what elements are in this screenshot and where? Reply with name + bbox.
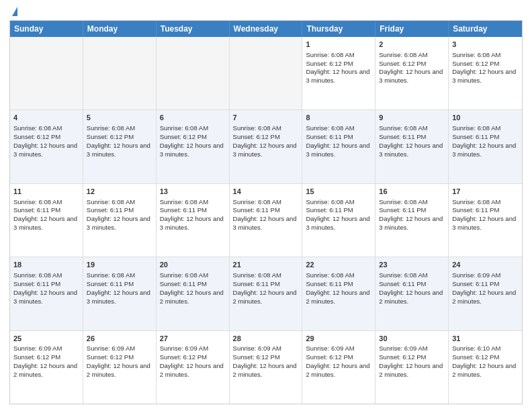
calendar-cell bbox=[10, 37, 83, 109]
calendar-week-row: 11Sunrise: 6:08 AMSunset: 6:11 PMDayligh… bbox=[10, 183, 522, 257]
daylight-label: Daylight: 12 hours and 3 minutes. bbox=[379, 68, 443, 84]
daylight-label: Daylight: 12 hours and 3 minutes. bbox=[379, 142, 443, 158]
logo-triangle-icon bbox=[12, 7, 17, 16]
daylight-label: Daylight: 12 hours and 2 minutes. bbox=[13, 362, 77, 378]
day-number: 10 bbox=[452, 113, 519, 123]
calendar-header-row: SundayMondayTuesdayWednesdayThursdayFrid… bbox=[10, 21, 522, 37]
sunset-label: Sunset: 6:12 PM bbox=[233, 133, 280, 140]
daylight-label: Daylight: 12 hours and 3 minutes. bbox=[160, 215, 224, 231]
day-number: 4 bbox=[13, 113, 79, 123]
calendar-cell: 19Sunrise: 6:08 AMSunset: 6:11 PMDayligh… bbox=[83, 257, 157, 330]
calendar-cell: 31Sunrise: 6:10 AMSunset: 6:12 PMDayligh… bbox=[449, 331, 522, 404]
sunrise-label: Sunrise: 6:09 AM bbox=[452, 271, 500, 279]
sunset-label: Sunset: 6:11 PM bbox=[306, 280, 353, 287]
sunrise-label: Sunrise: 6:08 AM bbox=[233, 124, 281, 132]
sunrise-label: Sunrise: 6:09 AM bbox=[379, 345, 427, 352]
sunrise-label: Sunrise: 6:08 AM bbox=[306, 271, 354, 279]
calendar-cell: 26Sunrise: 6:09 AMSunset: 6:12 PMDayligh… bbox=[83, 331, 157, 404]
sunset-label: Sunset: 6:12 PM bbox=[379, 60, 426, 67]
day-number: 23 bbox=[379, 260, 445, 270]
daylight-label: Daylight: 12 hours and 3 minutes. bbox=[306, 215, 369, 231]
calendar-cell: 29Sunrise: 6:09 AMSunset: 6:12 PMDayligh… bbox=[302, 331, 375, 404]
daylight-label: Daylight: 12 hours and 3 minutes. bbox=[87, 289, 150, 305]
calendar-header-day: Wednesday bbox=[230, 21, 303, 37]
sunset-label: Sunset: 6:12 PM bbox=[160, 133, 207, 140]
calendar-cell: 5Sunrise: 6:08 AMSunset: 6:12 PMDaylight… bbox=[83, 110, 157, 183]
day-number: 26 bbox=[87, 334, 152, 344]
sunset-label: Sunset: 6:11 PM bbox=[87, 280, 134, 287]
sunset-label: Sunset: 6:12 PM bbox=[87, 353, 134, 361]
sunrise-label: Sunrise: 6:09 AM bbox=[160, 345, 208, 352]
sunset-label: Sunset: 6:11 PM bbox=[233, 206, 280, 214]
day-number: 28 bbox=[233, 334, 299, 344]
daylight-label: Daylight: 12 hours and 2 minutes. bbox=[452, 362, 516, 378]
sunset-label: Sunset: 6:12 PM bbox=[13, 353, 60, 361]
sunset-label: Sunset: 6:11 PM bbox=[13, 206, 60, 214]
day-number: 14 bbox=[233, 187, 299, 197]
day-number: 29 bbox=[306, 334, 371, 344]
sunrise-label: Sunrise: 6:09 AM bbox=[13, 345, 62, 352]
sunrise-label: Sunrise: 6:08 AM bbox=[13, 198, 62, 205]
sunrise-label: Sunrise: 6:08 AM bbox=[160, 124, 208, 132]
day-number: 17 bbox=[452, 187, 519, 197]
sunset-label: Sunset: 6:12 PM bbox=[13, 133, 60, 140]
day-number: 2 bbox=[379, 40, 445, 50]
sunrise-label: Sunrise: 6:08 AM bbox=[13, 271, 62, 279]
calendar-cell bbox=[83, 37, 157, 109]
sunset-label: Sunset: 6:11 PM bbox=[379, 280, 426, 287]
daylight-label: Daylight: 12 hours and 2 minutes. bbox=[87, 362, 150, 378]
sunset-label: Sunset: 6:11 PM bbox=[379, 206, 426, 214]
daylight-label: Daylight: 12 hours and 2 minutes. bbox=[379, 289, 443, 305]
day-number: 12 bbox=[87, 187, 152, 197]
day-number: 20 bbox=[160, 260, 226, 270]
calendar-cell: 1Sunrise: 6:08 AMSunset: 6:12 PMDaylight… bbox=[302, 37, 375, 109]
sunset-label: Sunset: 6:11 PM bbox=[379, 133, 426, 140]
calendar-cell bbox=[230, 37, 303, 109]
day-number: 21 bbox=[233, 260, 299, 270]
sunset-label: Sunset: 6:11 PM bbox=[160, 280, 207, 287]
sunset-label: Sunset: 6:11 PM bbox=[233, 280, 280, 287]
daylight-label: Daylight: 12 hours and 3 minutes. bbox=[452, 215, 516, 231]
calendar-body: 1Sunrise: 6:08 AMSunset: 6:12 PMDaylight… bbox=[10, 37, 522, 404]
calendar-cell: 24Sunrise: 6:09 AMSunset: 6:11 PMDayligh… bbox=[449, 257, 522, 330]
daylight-label: Daylight: 12 hours and 3 minutes. bbox=[452, 68, 516, 84]
day-number: 30 bbox=[379, 334, 445, 344]
daylight-label: Daylight: 12 hours and 3 minutes. bbox=[87, 142, 150, 158]
day-number: 11 bbox=[13, 187, 79, 197]
day-number: 24 bbox=[452, 260, 519, 270]
calendar-cell: 27Sunrise: 6:09 AMSunset: 6:12 PMDayligh… bbox=[157, 331, 230, 404]
daylight-label: Daylight: 12 hours and 2 minutes. bbox=[452, 289, 516, 305]
calendar-cell: 15Sunrise: 6:08 AMSunset: 6:11 PMDayligh… bbox=[302, 184, 375, 257]
sunset-label: Sunset: 6:11 PM bbox=[452, 206, 499, 214]
sunrise-label: Sunrise: 6:10 AM bbox=[452, 345, 500, 352]
calendar-cell: 6Sunrise: 6:08 AMSunset: 6:12 PMDaylight… bbox=[157, 110, 230, 183]
calendar-cell: 9Sunrise: 6:08 AMSunset: 6:11 PMDaylight… bbox=[375, 110, 449, 183]
calendar-header-day: Monday bbox=[83, 21, 157, 37]
sunrise-label: Sunrise: 6:08 AM bbox=[13, 124, 62, 132]
day-number: 27 bbox=[160, 334, 226, 344]
daylight-label: Daylight: 12 hours and 3 minutes. bbox=[13, 215, 77, 231]
calendar-header-day: Friday bbox=[375, 21, 449, 37]
calendar-cell: 20Sunrise: 6:08 AMSunset: 6:11 PMDayligh… bbox=[157, 257, 230, 330]
calendar-cell: 2Sunrise: 6:08 AMSunset: 6:12 PMDaylight… bbox=[375, 37, 449, 109]
sunset-label: Sunset: 6:12 PM bbox=[306, 60, 353, 67]
sunset-label: Sunset: 6:11 PM bbox=[306, 133, 353, 140]
calendar-cell: 22Sunrise: 6:08 AMSunset: 6:11 PMDayligh… bbox=[302, 257, 375, 330]
daylight-label: Daylight: 12 hours and 2 minutes. bbox=[306, 289, 369, 305]
sunrise-label: Sunrise: 6:08 AM bbox=[160, 271, 208, 279]
sunrise-label: Sunrise: 6:08 AM bbox=[87, 124, 135, 132]
daylight-label: Daylight: 12 hours and 3 minutes. bbox=[306, 68, 369, 84]
daylight-label: Daylight: 12 hours and 2 minutes. bbox=[306, 362, 369, 378]
calendar-cell: 4Sunrise: 6:08 AMSunset: 6:12 PMDaylight… bbox=[10, 110, 83, 183]
day-number: 31 bbox=[452, 334, 519, 344]
calendar-cell: 8Sunrise: 6:08 AMSunset: 6:11 PMDaylight… bbox=[302, 110, 375, 183]
sunset-label: Sunset: 6:11 PM bbox=[306, 206, 353, 214]
day-number: 13 bbox=[160, 187, 226, 197]
day-number: 7 bbox=[233, 113, 299, 123]
calendar-cell: 13Sunrise: 6:08 AMSunset: 6:11 PMDayligh… bbox=[157, 184, 230, 257]
page: SundayMondayTuesdayWednesdayThursdayFrid… bbox=[0, 0, 532, 411]
daylight-label: Daylight: 12 hours and 2 minutes. bbox=[379, 362, 443, 378]
header bbox=[9, 7, 523, 16]
calendar-cell: 11Sunrise: 6:08 AMSunset: 6:11 PMDayligh… bbox=[10, 184, 83, 257]
sunrise-label: Sunrise: 6:08 AM bbox=[87, 198, 135, 205]
